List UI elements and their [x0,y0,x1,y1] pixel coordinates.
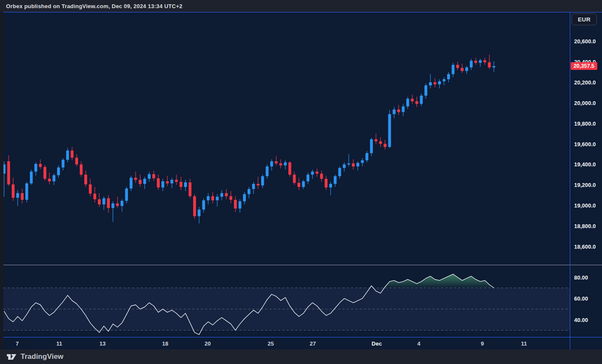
currency-button-label: EUR [578,16,591,23]
price-axis-label: 18,800.0 [574,223,596,229]
time-axis-label: 7 [15,340,18,346]
price-axis-label: 20,400.0 [574,59,596,65]
price-axis-label: 19,600.0 [574,141,596,147]
time-axis-label: 18 [162,340,168,346]
left-margin-strip [0,12,3,349]
footer-bar: TradingView [0,349,602,364]
tradingview-logo-icon[interactable] [6,352,17,361]
rsi-axis-label: 60.00 [574,295,588,302]
time-axis-label: 9 [481,340,484,346]
time-axis-label: 25 [268,340,274,346]
price-axis-label: 19,800.0 [574,120,596,126]
time-axis-label: 11 [521,340,527,346]
header-bar: Orbex published on TradingView.com, Dec … [0,0,602,12]
time-axis-label: 13 [100,340,106,346]
rsi-pane [3,274,570,334]
price-axis-label: 20,000.0 [574,99,596,106]
time-axis-label: 20 [205,340,211,346]
candles-series [3,54,495,223]
price-axis-label: 19,400.0 [574,161,596,168]
tradingview-published-chart: Orbex published on TradingView.com, Dec … [0,0,602,364]
rsi-axis-label: 40.00 [574,316,588,323]
price-axis-label: 18,600.0 [574,243,596,250]
price-axis-label: 20,200.0 [574,79,596,85]
price-axis[interactable]: 20,600.020,400.020,200.020,000.019,800.0… [570,12,602,337]
time-axis-label: 11 [56,340,62,346]
price-axis-label: 20,600.0 [574,38,596,45]
main-chart-svg[interactable] [0,12,602,349]
header-title: Orbex published on TradingView.com, Dec … [6,3,182,9]
footer-brand[interactable]: TradingView [21,352,64,361]
currency-button[interactable]: EUR [572,13,597,25]
time-axis[interactable]: 7111318202527Dec4911 [0,337,570,349]
time-axis-label: 4 [417,340,420,346]
price-axis-label: 19,000.0 [574,202,596,209]
time-axis-label: 27 [310,340,316,346]
rsi-axis-label: 80.00 [574,274,588,280]
price-axis-label: 19,200.0 [574,182,596,188]
time-axis-label: Dec [372,340,382,346]
